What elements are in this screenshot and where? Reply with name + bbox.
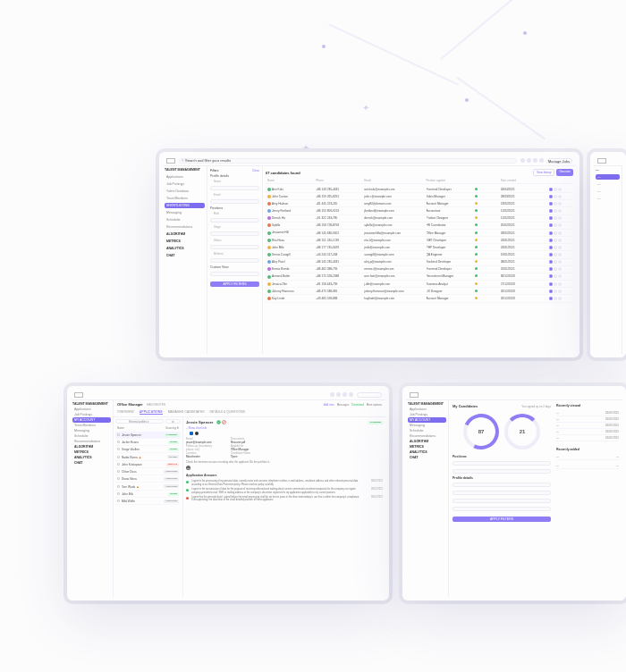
row-action-icon[interactable] xyxy=(558,239,562,242)
linkedin-icon[interactable] xyxy=(190,432,193,435)
row-action-primary-icon[interactable] xyxy=(549,231,553,235)
list-item[interactable]: —01/07/2021 xyxy=(556,423,619,429)
column-header[interactable]: Date created xyxy=(501,179,546,182)
checkbox-icon[interactable] xyxy=(117,470,120,473)
row-action-icon[interactable] xyxy=(558,253,562,256)
row-action-icon[interactable] xyxy=(554,239,557,242)
list-item[interactable]: —01/07/2021 xyxy=(556,435,619,441)
row-action-icon[interactable] xyxy=(554,267,557,271)
filter-select[interactable] xyxy=(453,469,551,474)
tab-overview[interactable]: OVERVIEW xyxy=(117,410,134,415)
row-action-primary-icon[interactable] xyxy=(549,282,553,286)
toggle-short-info[interactable]: – Show short info xyxy=(186,426,383,430)
row-action-primary-icon[interactable] xyxy=(549,290,553,293)
sidebar-item[interactable]: Job Postings xyxy=(165,181,205,187)
row-action-icon[interactable] xyxy=(558,290,562,293)
sidebar-item[interactable]: CHAT xyxy=(72,460,111,466)
checkbox-icon[interactable] xyxy=(117,441,120,443)
sidebar-item[interactable]: CHAT xyxy=(408,455,446,460)
table-row[interactable]: John Mile+86 177 745-9429jmile@example.c… xyxy=(266,244,573,251)
list-item[interactable]: John KristopsonNOT FIT xyxy=(115,461,181,468)
checkbox-icon[interactable] xyxy=(117,433,120,436)
row-action-primary-icon[interactable] xyxy=(549,260,553,264)
sidebar-item[interactable]: ALGORITHM xyxy=(165,231,205,237)
filter-input[interactable] xyxy=(453,491,551,495)
row-action-icon[interactable] xyxy=(554,209,557,213)
list-item[interactable]: Mild WolfeARCHIVED xyxy=(115,498,181,505)
github-icon[interactable] xyxy=(195,432,199,435)
filter-select[interactable] xyxy=(210,218,259,223)
list-item[interactable]: —— xyxy=(556,454,619,460)
checkbox-icon[interactable] xyxy=(117,463,120,466)
generate-button[interactable]: Generate xyxy=(556,169,573,176)
gear-icon[interactable] xyxy=(539,158,544,163)
checkbox-icon[interactable] xyxy=(117,448,120,450)
row-action-icon[interactable] xyxy=(558,246,562,249)
table-row[interactable]: John Carson+86 159 265-8291john.c@exampl… xyxy=(266,193,573,200)
row-action-icon[interactable] xyxy=(558,274,562,278)
sidebar-item[interactable]: — xyxy=(596,196,620,201)
list-item[interactable]: Chloe DussARCHIVED xyxy=(115,468,181,475)
table-row[interactable]: Rita Hass+86 151 245-1749rita.h@example.… xyxy=(266,237,573,244)
user-menu[interactable] xyxy=(357,392,382,398)
row-action-icon[interactable] xyxy=(558,297,562,300)
tab-applications[interactable]: APPLICATIONS xyxy=(140,410,163,415)
sidebar-item[interactable]: — xyxy=(596,181,620,187)
row-action-icon[interactable] xyxy=(554,216,557,220)
list-item[interactable]: —01/07/2021 xyxy=(556,410,619,416)
table-row[interactable]: Jenny Fortland+86 155 850-9213jfortland@… xyxy=(266,207,573,214)
checkbox-icon[interactable] xyxy=(117,492,120,495)
row-action-icon[interactable] xyxy=(554,297,557,300)
gear-icon[interactable] xyxy=(349,392,353,397)
table-row[interactable]: Johnny Flamman+86 475 538-981johnny.flam… xyxy=(266,288,573,295)
filter-input[interactable] xyxy=(453,499,551,503)
table-row[interactable]: Derrick Ho+91 322 243-785derrick@example… xyxy=(266,215,573,223)
sidebar-item[interactable]: Recommendations xyxy=(165,224,205,230)
filter-input[interactable] xyxy=(453,483,551,487)
table-row[interactable]: Emma Reeds+86 402 288-799emma.r@example.… xyxy=(266,266,573,273)
bell-icon[interactable] xyxy=(520,158,525,163)
help-icon[interactable] xyxy=(533,158,537,163)
row-action-icon[interactable] xyxy=(558,260,562,264)
list-filter-button[interactable]: ⚙ xyxy=(165,419,181,424)
row-action-primary-icon[interactable] xyxy=(549,216,553,220)
sidebar-item[interactable]: Team Members xyxy=(165,196,205,201)
table-row[interactable]: Ann Kals+86 143 235-4431ann.kals@example… xyxy=(266,186,573,193)
add-new-button[interactable]: Add new xyxy=(324,403,334,407)
row-action-primary-icon[interactable] xyxy=(549,195,553,198)
row-action-icon[interactable] xyxy=(558,209,562,213)
sidebar-item[interactable]: Talent Database xyxy=(165,189,205,194)
table-row[interactable]: Sybilla+86 150 728-8793sybilla@example.c… xyxy=(266,223,573,230)
column-header[interactable]: Email xyxy=(364,179,422,182)
row-action-primary-icon[interactable] xyxy=(549,267,553,271)
list-item[interactable]: —01/07/2021 xyxy=(556,429,619,435)
row-action-icon[interactable] xyxy=(554,231,557,235)
table-row[interactable]: Amy Hudson+81 445 223-245amy84@domain.co… xyxy=(266,200,573,207)
apply-filters-button[interactable]: APPLY FILTERS xyxy=(210,281,259,287)
grid-icon[interactable] xyxy=(336,392,341,397)
list-item[interactable]: Jessie SpencerFAVORITE xyxy=(115,432,181,439)
row-action-primary-icon[interactable] xyxy=(549,188,553,191)
sidebar-item-active[interactable]: — xyxy=(596,174,620,180)
column-header[interactable]: Name xyxy=(267,179,312,182)
filter-select[interactable] xyxy=(210,258,259,263)
list-sort-button[interactable]: External profiles ▾ xyxy=(115,419,164,424)
table-row[interactable]: Armond Batler+86 175 528-2588arm.hatr@ex… xyxy=(266,273,573,281)
row-action-icon[interactable] xyxy=(554,274,557,278)
table-row[interactable]: Jessica Dile+81 150 443-739j.dile@exampl… xyxy=(266,281,573,288)
row-action-icon[interactable] xyxy=(554,195,557,198)
filter-input[interactable] xyxy=(453,507,551,511)
search-input[interactable]: Search and filter your results xyxy=(179,158,517,164)
table-row[interactable]: Serina Cowgill+44 244 517-248scowgill@ex… xyxy=(266,251,573,258)
row-action-icon[interactable] xyxy=(554,202,557,206)
sidebar-item[interactable]: Scheduler xyxy=(165,217,205,223)
list-item[interactable]: John BilsGOOD xyxy=(115,491,181,498)
list-item[interactable]: Diana NovaARCHIVED xyxy=(115,475,181,483)
filter-select[interactable] xyxy=(453,461,551,466)
row-action-icon[interactable] xyxy=(558,282,562,286)
column-header[interactable]: Phone xyxy=(316,179,360,182)
row-action-primary-icon[interactable] xyxy=(549,297,553,300)
sidebar-item[interactable]: — xyxy=(596,189,620,194)
more-options-icon[interactable]: More options xyxy=(367,403,382,407)
row-action-icon[interactable] xyxy=(554,246,557,249)
